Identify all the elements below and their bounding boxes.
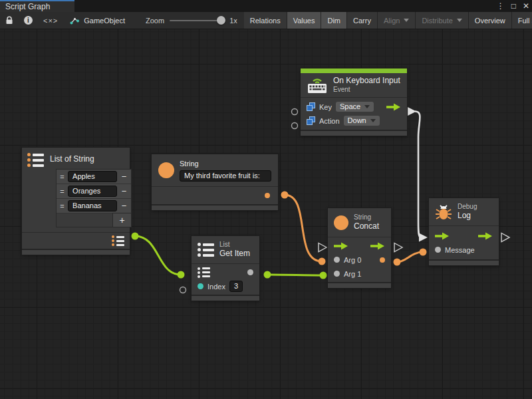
action-label: Action [319, 117, 340, 125]
node-category: List [219, 241, 250, 249]
concat-output-dot[interactable] [380, 257, 385, 263]
relations-toggle[interactable]: Relations [244, 12, 287, 29]
bug-icon [435, 203, 452, 221]
window-maximize-icon[interactable]: □ [511, 0, 516, 12]
overview-label: Overview [475, 17, 505, 25]
window-title-bar: Script Graph ⋮ □ ✕ [0, 0, 532, 12]
drag-handle[interactable]: = [57, 199, 68, 213]
port-keyboard-key-input[interactable] [292, 109, 298, 115]
getitem-index-row: Index 3 [192, 279, 259, 293]
graph-toolbar: i <×> GameObject Zoom 1x Relations Value… [0, 12, 532, 29]
carry-toggle[interactable]: Carry [347, 12, 378, 29]
port-concat-flow-in[interactable] [319, 243, 327, 252]
distribute-label: Distribute [422, 17, 452, 25]
graph-owner-button[interactable]: GameObject [63, 12, 131, 29]
code-view-button[interactable]: <×> [38, 12, 63, 29]
tab-script-graph[interactable]: Script Graph [0, 0, 74, 12]
flow-out-arrow-icon [370, 242, 385, 250]
tab-label: Script Graph [5, 2, 50, 11]
getitem-output-dot[interactable] [247, 269, 253, 275]
port-log-flow-out[interactable] [501, 233, 509, 242]
values-label: Values [293, 17, 315, 25]
member-icon [307, 102, 315, 111]
lock-button[interactable] [0, 12, 19, 29]
dim-label: Dim [327, 17, 340, 25]
node-string-literal[interactable]: String My third favorite fruit is: [152, 154, 278, 210]
member-icon [307, 116, 315, 125]
script-graph-icon [69, 16, 80, 25]
values-toggle[interactable]: Values [287, 12, 322, 29]
relations-label: Relations [250, 17, 281, 25]
concat-arg0-row: Arg 0 [328, 253, 391, 267]
message-input-dot[interactable] [435, 247, 441, 253]
event-color-bar [301, 68, 407, 73]
wire-concat-to-log[interactable] [397, 252, 423, 262]
remove-item-button[interactable]: − [117, 184, 131, 198]
getitem-list-row [192, 265, 259, 279]
full-screen-button[interactable]: Full Screen [512, 12, 532, 29]
port-concat-output[interactable] [394, 259, 401, 266]
node-get-item[interactable]: List Get Item Index 3 [192, 236, 259, 301]
keyboard-icon [307, 76, 328, 94]
port-concat-arg0-input[interactable] [319, 258, 326, 265]
distribute-menu-button: Distribute [416, 12, 468, 29]
list-item-field[interactable]: Apples [68, 171, 117, 182]
node-title: Concat [354, 221, 379, 231]
zoom-slider[interactable] [170, 20, 224, 21]
port-string-output[interactable] [281, 192, 289, 199]
info-button[interactable]: i [19, 12, 38, 29]
port-flow-out-keyboard[interactable] [408, 107, 416, 116]
index-value-field[interactable]: 3 [229, 281, 243, 292]
wire-list-to-getitem[interactable] [135, 236, 181, 275]
wire-keyboard-to-log[interactable] [415, 112, 421, 238]
port-getitem-list-input[interactable] [178, 271, 185, 279]
action-dropdown[interactable]: Down [344, 116, 380, 126]
node-on-keyboard-input[interactable]: On Keyboard Input Event Key Space [301, 68, 407, 136]
list-item-row: = Bananas − [57, 199, 131, 213]
node-list-of-string[interactable]: List of String = Apples − = Oranges − = … [22, 148, 130, 255]
key-dropdown[interactable]: Space [336, 102, 374, 112]
chevron-down-icon [457, 19, 462, 22]
node-debug-log[interactable]: Debug Log Message [429, 198, 499, 265]
node-footer-strip [22, 249, 130, 255]
node-title: Get Item [219, 249, 250, 259]
string-output-dot[interactable] [265, 193, 270, 198]
node-concat[interactable]: String Concat Arg 0 [328, 208, 391, 288]
index-input-dot[interactable] [198, 283, 203, 289]
string-value-field[interactable]: My third favorite fruit is: [180, 170, 271, 182]
wire-getitem-to-concat[interactable] [267, 275, 323, 275]
port-flow-in-log[interactable] [419, 233, 428, 242]
port-concat-flow-out[interactable] [394, 243, 402, 252]
drag-handle[interactable]: = [57, 170, 68, 184]
port-getitem-index-input[interactable] [180, 287, 186, 293]
arg0-label: Arg 0 [344, 256, 361, 264]
zoom-slider-handle[interactable] [217, 16, 225, 25]
node-footer-strip [152, 204, 278, 210]
list-item-field[interactable]: Bananas [68, 200, 117, 211]
arg1-input-dot[interactable] [334, 271, 340, 277]
wire-string-to-concat[interactable] [285, 195, 322, 261]
port-keyboard-action-input[interactable] [292, 123, 298, 129]
full-screen-label: Full Screen [518, 17, 532, 25]
chevron-down-icon [370, 119, 376, 122]
remove-item-button[interactable]: − [117, 199, 131, 213]
window-close-icon[interactable]: ✕ [523, 0, 529, 12]
remove-item-button[interactable]: − [117, 170, 131, 184]
list-item-field[interactable]: Oranges [68, 186, 117, 197]
port-getitem-output[interactable] [264, 271, 271, 279]
key-value: Space [340, 102, 360, 110]
port-list-output[interactable] [132, 233, 139, 240]
window-menu-icon[interactable]: ⋮ [497, 0, 505, 12]
graph-canvas[interactable]: On Keyboard Input Event Key Space [0, 29, 532, 399]
list-icon [27, 153, 44, 167]
index-label: Index [207, 283, 225, 291]
arg0-input-dot[interactable] [334, 257, 340, 263]
list-icon [198, 243, 214, 257]
dim-toggle[interactable]: Dim [321, 12, 347, 29]
port-log-message-input[interactable] [420, 249, 427, 256]
port-concat-arg1-input[interactable] [320, 272, 327, 279]
add-item-button[interactable]: + [113, 213, 131, 227]
drag-handle[interactable]: = [57, 184, 68, 198]
code-view-icon: <×> [43, 17, 58, 25]
overview-button[interactable]: Overview [469, 12, 512, 29]
